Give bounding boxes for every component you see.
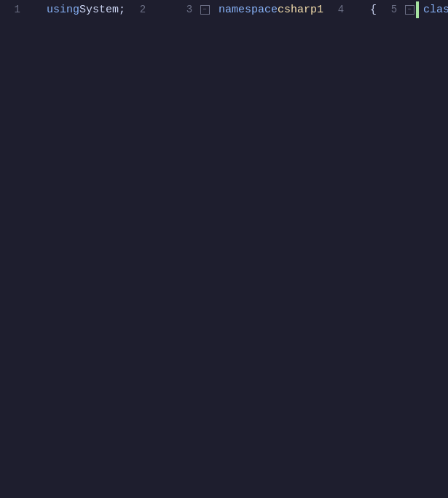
fold-button[interactable]: −: [405, 5, 414, 15]
code-editor: 1 using System;23−namespace csharp14 {5−…: [0, 0, 448, 498]
table-row: 5− class Program: [377, 0, 448, 20]
line-number: 3: [186, 0, 192, 20]
change-indicator: [416, 0, 422, 20]
code-token: namespace: [219, 0, 278, 20]
change-indicator: [363, 0, 369, 20]
table-row: 1 using System;: [0, 0, 125, 20]
change-indicator: [165, 0, 170, 20]
code-line: using System;: [45, 0, 125, 20]
table-row: 2: [125, 0, 172, 20]
line-number: 4: [338, 0, 344, 20]
code-token: using: [47, 0, 79, 20]
code-token: {: [370, 0, 377, 20]
line-number: 2: [140, 0, 146, 20]
code-line: {: [369, 0, 377, 20]
table-row: 3−namespace csharp1: [172, 0, 323, 20]
code-token: class: [423, 0, 448, 20]
code-line: namespace csharp1: [217, 0, 323, 20]
line-number: 1: [15, 0, 20, 20]
table-row: 4 {: [323, 0, 377, 20]
code-line: class Program: [422, 0, 448, 20]
change-indicator: [211, 0, 217, 20]
change-indicator: [39, 0, 45, 20]
code-token: System;: [79, 0, 125, 20]
line-number: 5: [391, 0, 397, 20]
code-token: csharp1: [278, 0, 323, 20]
fold-button[interactable]: −: [200, 5, 210, 15]
